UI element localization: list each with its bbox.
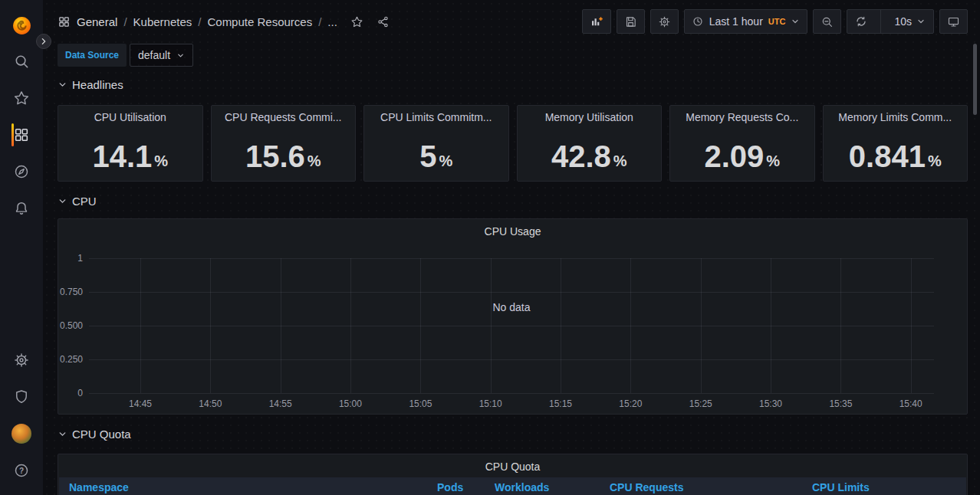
chevron-down-icon [176,51,185,60]
panel-title[interactable]: Memory Utilisation [518,111,662,123]
cycle-view-mode-button[interactable] [939,9,968,34]
column-header-cpu-requests[interactable]: CPU Requests [610,481,683,493]
stat-panel-cpu-requests-commitment: CPU Requests Commi... 15.6% [211,105,357,182]
sidebar-expand-button[interactable] [36,34,51,49]
stat-unit: % [766,152,780,170]
zoom-out-icon [821,15,834,28]
stat-panel-cpu-utilisation: CPU Utilisation 14.1% [58,105,203,182]
toolbar-divider [880,10,881,33]
refresh-group: 10s [847,9,934,34]
column-header-workloads[interactable]: Workloads [495,481,549,493]
x-axis-tick: 15:25 [689,398,712,409]
panel-title[interactable]: CPU Quota [58,461,967,473]
breadcrumb-separator: / [198,15,201,28]
stat-unit: % [154,152,168,170]
dashboards-icon [13,126,30,143]
sidebar-item-explore[interactable] [0,156,43,187]
dashboard-settings-button[interactable] [650,9,679,34]
stat-value: 15.6 [245,141,305,172]
sidebar-item-configuration[interactable] [0,345,43,375]
x-axis-tick: 15:40 [899,398,922,409]
y-axis-tick: 0.750 [58,287,83,297]
breadcrumb-separator: / [123,15,127,28]
panel-title[interactable]: CPU Limits Commitm... [364,111,508,123]
sidebar-item-help[interactable]: ? [0,455,43,486]
section-header-cpu-quota[interactable]: CPU Quota [58,428,131,441]
grafana-dashboard: ? General / Kubernetes / Compute Resourc… [0,0,980,495]
column-header-cpu-limits[interactable]: CPU Limits [812,481,870,493]
x-axis-tick: 14:50 [199,398,222,409]
column-header-pods[interactable]: Pods [437,481,463,493]
star-icon [13,90,30,107]
timezone-label: UTC [768,17,786,26]
x-axis-tick: 15:05 [409,398,432,409]
stat-panel-memory-utilisation: Memory Utilisation 42.8% [517,105,663,182]
sidebar-item-server-admin[interactable] [0,382,43,412]
section-title: Headlines [72,78,123,91]
add-panel-icon [590,15,603,28]
stat-panel-memory-limits-commitment: Memory Limits Comm... 0.841% [823,105,968,182]
x-axis-tick: 15:15 [549,398,572,409]
section-title: CPU Quota [72,428,131,441]
stat-value: 5 [419,141,436,172]
compass-icon [13,163,30,180]
tv-monitor-icon [947,15,960,28]
user-avatar [12,424,31,444]
save-dashboard-button[interactable] [617,9,645,34]
help-icon: ? [13,462,30,479]
sidebar: ? [0,0,43,495]
time-range-picker[interactable]: Last 1 hour UTC [684,9,808,34]
panel-title[interactable]: CPU Utilisation [58,111,202,123]
time-range-label: Last 1 hour [709,15,763,28]
share-dashboard-button[interactable] [377,15,390,28]
datasource-variable-label: Data Source [58,44,127,67]
x-axis-tick: 15:10 [479,398,502,409]
stat-unit: % [307,152,321,170]
chevron-right-icon [40,38,48,45]
stat-panel-memory-requests-commitment: Memory Requests Co... 2.09% [669,105,815,182]
y-axis-tick: 0.500 [58,320,83,331]
breadcrumb-item-general[interactable]: General [77,15,117,28]
panel-title[interactable]: Memory Limits Comm... [824,111,968,123]
panel-title[interactable]: CPU Requests Commi... [212,111,356,123]
column-header-namespace[interactable]: Namespace [69,481,129,493]
zoom-out-time-button[interactable] [813,9,841,34]
sidebar-item-user-profile[interactable] [0,418,43,449]
y-axis-tick: 0 [58,388,83,398]
page-scrollbar[interactable] [973,44,977,115]
chevron-down-icon [58,80,67,90]
stat-unit: % [439,152,452,170]
search-icon [13,53,30,70]
chevron-down-icon [791,17,800,26]
dashboard-main: General / Kubernetes / Compute Resources… [43,0,980,495]
chart-plot-area: 14:45 14:50 14:55 15:00 15:05 15:10 15:1… [89,258,934,393]
x-axis-tick: 14:45 [129,398,152,409]
x-axis-tick: 15:30 [759,398,782,409]
star-icon [350,15,363,28]
cpu-usage-panel: CPU Usage 1 0.750 0.500 0.250 0 14:45 14… [58,218,968,415]
chevron-down-icon [58,429,67,439]
panel-title[interactable]: CPU Usage [58,225,967,238]
section-header-cpu[interactable]: CPU [58,195,97,208]
active-section-indicator [12,123,14,146]
add-panel-button[interactable] [582,9,611,34]
refresh-interval-dropdown[interactable]: 10s [886,10,933,33]
sidebar-item-dashboards[interactable] [0,120,43,150]
section-header-headlines[interactable]: Headlines [58,78,123,91]
sidebar-item-search[interactable] [0,46,43,77]
sidebar-item-alerting[interactable] [0,193,43,224]
breadcrumb-item-compute-resources[interactable]: Compute Resources [207,15,312,28]
star-dashboard-button[interactable] [350,15,363,28]
panel-title[interactable]: Memory Requests Co... [670,111,814,123]
datasource-variable-dropdown[interactable]: default [130,44,193,67]
refresh-icon [855,15,867,28]
stat-value: 2.09 [704,141,764,172]
template-variables: Data Source default [58,44,193,67]
sidebar-item-starred[interactable] [0,83,43,113]
table-header-row: Namespace Pods Workloads CPU Requests CP… [59,477,966,495]
grafana-logo[interactable] [0,10,43,41]
cpu-quota-panel: CPU Quota Namespace Pods Workloads CPU R… [58,454,968,495]
refresh-dashboard-button[interactable] [847,10,875,33]
breadcrumb-item-kubernetes[interactable]: Kubernetes [133,15,192,28]
x-axis-tick: 15:00 [339,398,362,409]
